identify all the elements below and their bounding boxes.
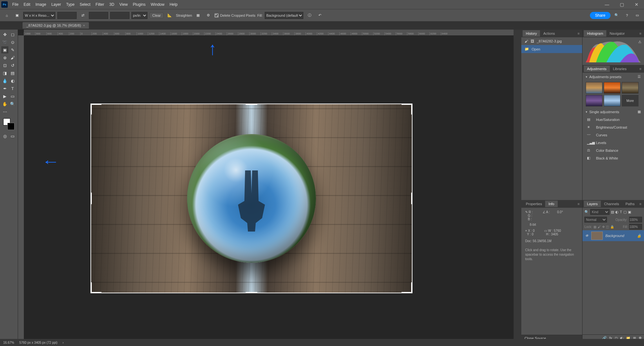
grid-view-icon[interactable]: ▦ [638, 110, 641, 114]
adjustment-presets-toggle[interactable]: ▾ Adjustments presets ☰ [582, 73, 644, 81]
filter-smart-icon[interactable]: ▣ [628, 210, 631, 214]
pen-tool[interactable]: ✒ [1, 85, 8, 92]
fill-input[interactable] [629, 224, 642, 230]
close-button[interactable]: ✕ [629, 0, 644, 9]
adj-curves[interactable]: 〰Curves [582, 131, 644, 139]
opacity-input[interactable] [629, 217, 642, 223]
crop-tool[interactable]: ▣ [1, 46, 8, 53]
menu-select[interactable]: Select [77, 0, 93, 9]
eyedropper-tool[interactable]: ✎ [9, 46, 16, 53]
path-select-tool[interactable]: ▶ [1, 93, 8, 100]
clear-button[interactable]: Clear [149, 13, 164, 18]
screen-mode-icon[interactable]: ▭ [9, 132, 16, 140]
type-tool[interactable]: T [9, 85, 16, 92]
crop-tool-icon[interactable]: ▣ [13, 11, 21, 20]
tab-libraries[interactable]: Libraries [610, 66, 630, 72]
help-icon[interactable]: ? [623, 11, 631, 20]
tab-channels[interactable]: Channels [601, 201, 622, 207]
lasso-tool[interactable]: ➰ [1, 39, 8, 46]
vertical-ruler[interactable] [18, 35, 24, 341]
menu-type[interactable]: Type [63, 0, 77, 9]
horizontal-ruler[interactable]: 1000800600400200020040060080010001200140… [24, 30, 514, 35]
tab-navigator[interactable]: Navigator [606, 30, 628, 37]
crop-handle-tl[interactable] [90, 104, 101, 105]
crop-height-input[interactable] [89, 12, 108, 19]
crop-settings-icon[interactable]: ⚙ [204, 11, 213, 20]
delete-cropped-toggle[interactable]: Delete Cropped Pixels [214, 12, 255, 19]
crop-handle-top[interactable] [246, 104, 257, 105]
swap-dims-icon[interactable]: ⇄ [79, 11, 87, 20]
crop-handle-tr[interactable] [411, 104, 412, 114]
list-view-icon[interactable]: ☰ [638, 75, 641, 79]
tab-paths[interactable]: Paths [622, 201, 638, 207]
crop-handle-right[interactable] [411, 193, 412, 204]
menu-image[interactable]: Image [33, 0, 49, 9]
lock-nest-icon[interactable]: ◫ [606, 225, 609, 229]
menu-3d[interactable]: 3D [107, 0, 117, 9]
panel-dock[interactable] [514, 30, 521, 341]
adj-color-balance[interactable]: ⚖Color Balance [582, 147, 644, 154]
reset-icon[interactable]: ⓘ [305, 11, 314, 20]
crop-handle-bl[interactable] [90, 282, 92, 293]
filter-pixel-icon[interactable]: ▧ [611, 210, 614, 214]
panel-menu-icon[interactable]: ≡ [576, 32, 581, 35]
edit-toolbar[interactable]: ⋯ [1, 108, 8, 115]
blur-tool[interactable]: 💧 [1, 77, 8, 84]
workspace-icon[interactable]: ▭ [633, 11, 641, 20]
preset-thumb[interactable] [604, 82, 620, 94]
filter-adj-icon[interactable]: ◐ [615, 210, 619, 214]
adj-hue-saturation[interactable]: ▤Hue/Saturation [582, 116, 644, 123]
lock-trans-icon[interactable]: ▦ [593, 225, 596, 229]
crop-preset-select[interactable]: W x H x Reso... [23, 12, 55, 19]
dodge-tool[interactable]: ◐ [9, 77, 16, 84]
status-arrow-icon[interactable]: › [62, 341, 63, 344]
tab-info[interactable]: Info [545, 201, 557, 207]
crop-handle-tl[interactable] [90, 104, 92, 114]
history-brush-tool[interactable]: ↺ [9, 62, 16, 69]
layer-thumb[interactable] [591, 232, 603, 240]
menu-layer[interactable]: Layer [49, 0, 63, 9]
lock-icon[interactable]: 🔒 [637, 234, 641, 238]
delete-cropped-checkbox[interactable] [214, 12, 219, 19]
preset-thumb[interactable] [604, 95, 620, 106]
shape-tool[interactable]: ▭ [9, 93, 16, 100]
adj-brightness-contrast[interactable]: ☀Brightness/Contrast [582, 123, 644, 131]
lock-all-icon[interactable]: 🔒 [610, 225, 614, 229]
adj-levels[interactable]: ▁▃▅Levels [582, 139, 644, 147]
crop-region[interactable] [90, 104, 412, 293]
lock-pos-icon[interactable]: ✥ [602, 225, 605, 229]
crop-handle-tr[interactable] [402, 104, 412, 105]
tab-adjustments[interactable]: Adjustments [584, 66, 610, 72]
home-icon[interactable]: ⌂ [3, 11, 11, 20]
clone-stamp-tool[interactable]: ⊡ [1, 62, 8, 69]
tab-properties[interactable]: Properties [523, 201, 545, 207]
eraser-tool[interactable]: ◨ [1, 69, 8, 77]
minimize-button[interactable]: — [600, 0, 614, 9]
healing-brush-tool[interactable]: ⊕ [1, 54, 8, 61]
blend-mode-select[interactable]: Normal [584, 217, 607, 223]
quick-select-tool[interactable]: ⊙ [9, 39, 16, 46]
zoom-tool[interactable]: 🔍 [9, 100, 16, 107]
maximize-button[interactable]: ▢ [614, 0, 629, 9]
crop-handle-br[interactable] [411, 282, 412, 293]
preset-thumb[interactable] [586, 82, 602, 94]
tab-layers[interactable]: Layers [584, 201, 601, 207]
marquee-tool[interactable]: ◻ [9, 31, 16, 38]
zoom-level[interactable]: 16.67% [3, 341, 14, 344]
visibility-icon[interactable]: 👁 [585, 234, 589, 238]
menu-plugins[interactable]: Plugins [130, 0, 148, 9]
background-color[interactable] [7, 123, 14, 130]
filter-shape-icon[interactable]: ▢ [623, 210, 627, 214]
straighten-icon[interactable]: 📐 [166, 11, 174, 20]
crop-width-input[interactable] [57, 12, 77, 19]
crop-handle-bottom[interactable] [246, 292, 257, 293]
color-swatch[interactable] [3, 118, 14, 130]
menu-help[interactable]: Help [167, 0, 180, 9]
menu-view[interactable]: View [117, 0, 130, 9]
adj-black-white[interactable]: ◧Black & White [582, 154, 644, 162]
preset-thumb[interactable] [586, 95, 602, 106]
gradient-tool[interactable]: ▤ [9, 69, 16, 77]
panel-menu-icon[interactable]: ≡ [638, 202, 643, 206]
history-step-open[interactable]: 📁 Open [521, 45, 582, 53]
overlay-grid-icon[interactable]: ▦ [194, 11, 202, 20]
